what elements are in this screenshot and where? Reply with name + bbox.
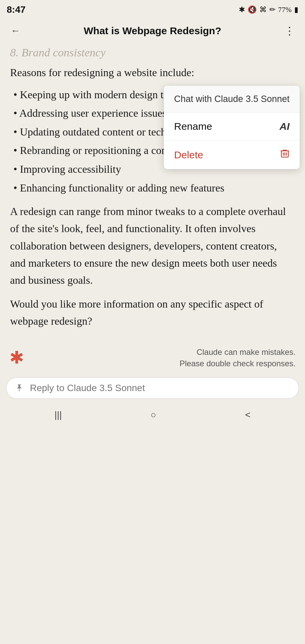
- wifi-icon: ⌘: [259, 5, 267, 14]
- bullet-item: Enhancing functionality or adding new fe…: [10, 180, 295, 197]
- more-options-button[interactable]: ⋮: [281, 22, 298, 40]
- intro-text: Reasons for redesigning a website includ…: [10, 64, 295, 81]
- mute-icon: 🔇: [248, 5, 257, 14]
- dropdown-chat-label: Chat with Claude 3.5 Sonnet: [174, 94, 290, 104]
- signal-icon: ✏: [269, 5, 275, 14]
- attach-icon[interactable]: 🖈: [14, 382, 25, 394]
- status-time: 8:47: [7, 4, 26, 15]
- nav-back-button[interactable]: <: [238, 407, 257, 423]
- dropdown-rename-label: Rename: [174, 121, 212, 132]
- nav-menu-button[interactable]: |||: [48, 407, 69, 423]
- claude-logo-asterisk: ✱: [9, 349, 24, 367]
- nav-home-button[interactable]: ○: [144, 407, 163, 423]
- top-nav: ← What is Webpage Redesign? ⋮: [0, 19, 305, 43]
- bottom-nav: ||| ○ <: [0, 402, 305, 431]
- content-area: 8. Brand consistency Reasons for redesig…: [0, 43, 305, 336]
- back-button[interactable]: ←: [7, 22, 24, 40]
- back-icon: ←: [11, 25, 20, 36]
- reply-input[interactable]: [30, 383, 291, 393]
- status-icons: ✱ 🔇 ⌘ ✏ 77% ▮: [239, 5, 298, 14]
- dropdown-menu: Chat with Claude 3.5 Sonnet Rename AI De…: [164, 86, 300, 169]
- paragraph-1: A redesign can range from minor tweaks t…: [10, 203, 295, 289]
- status-bar: 8:47 ✱ 🔇 ⌘ ✏ 77% ▮: [0, 0, 305, 19]
- nav-back-icon: <: [245, 410, 250, 420]
- page-title: What is Webpage Redesign?: [24, 25, 281, 37]
- bluetooth-icon: ✱: [239, 5, 245, 14]
- home-icon: ○: [150, 410, 156, 420]
- menu-icon: |||: [54, 410, 62, 420]
- battery-icon: ▮: [294, 5, 298, 14]
- input-bar[interactable]: 🖈: [6, 377, 299, 399]
- dropdown-chat-item[interactable]: Chat with Claude 3.5 Sonnet: [164, 86, 300, 113]
- dropdown-rename-item[interactable]: Rename AI: [164, 113, 300, 141]
- rename-ai-icon: AI: [279, 121, 290, 132]
- paragraph-2: Would you like more information on any s…: [10, 296, 295, 330]
- disclaimer-row: ✱ Claude can make mistakes.Please double…: [0, 340, 305, 372]
- dropdown-delete-item[interactable]: Delete: [164, 141, 300, 169]
- disclaimer-text: Claude can make mistakes.Please double c…: [31, 346, 296, 369]
- more-icon: ⋮: [284, 24, 295, 37]
- faded-heading: 8. Brand consistency: [10, 46, 295, 59]
- battery-text: 77%: [278, 5, 292, 14]
- trash-icon: [280, 149, 290, 161]
- dropdown-delete-label: Delete: [174, 149, 203, 161]
